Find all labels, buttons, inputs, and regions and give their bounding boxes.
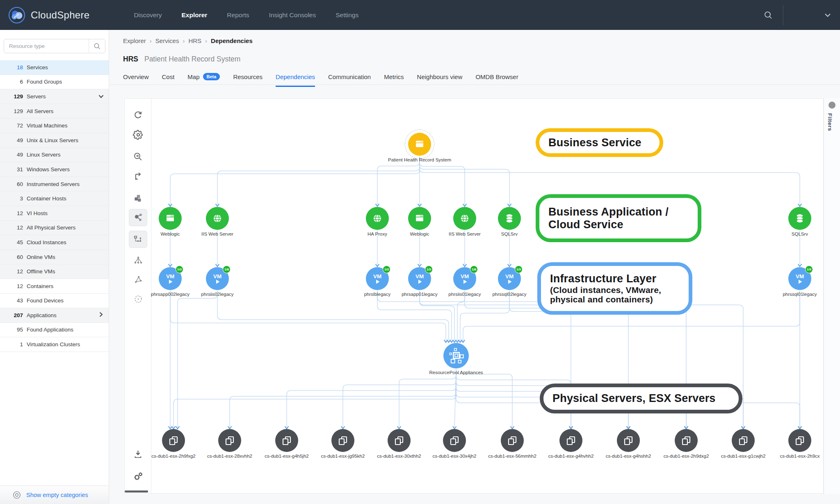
resource-pool-node[interactable]: ResourcePool Appliances: [445, 344, 468, 367]
sidebar-item-all-servers[interactable]: 129All Servers: [0, 104, 109, 119]
application-node[interactable]: Weblogic: [408, 207, 431, 230]
sidebar-item-container-hosts[interactable]: 3Container Hosts: [0, 191, 109, 206]
esx-icon: [275, 429, 298, 452]
sidebar-item-containers[interactable]: 12Containers: [0, 279, 109, 294]
esx-icon: [162, 429, 185, 452]
esx-host-node[interactable]: cs-dub1-esx-56mmhh2: [501, 429, 524, 452]
sidebar-item-instrumented-servers[interactable]: 60Instrumented Servers: [0, 177, 109, 192]
sidebar-item-found-devices[interactable]: 43Found Devices: [0, 294, 109, 309]
nav-item-settings[interactable]: Settings: [336, 11, 358, 19]
sidebar-item-cloud-instances[interactable]: 45Cloud Instances: [0, 235, 109, 250]
esx-host-node[interactable]: cs-dub1-esx-30x4jh2: [443, 429, 466, 452]
tab-cost[interactable]: Cost: [162, 68, 175, 87]
application-node[interactable]: SQLSrv: [498, 207, 521, 230]
sidebar-item-applications[interactable]: 207Applications: [0, 308, 109, 323]
nav-item-discovery[interactable]: Discovery: [134, 11, 162, 19]
refresh-icon[interactable]: [129, 106, 147, 123]
window-icon: [408, 207, 431, 230]
graph-layout-icon[interactable]: [129, 209, 147, 226]
esx-icon: [443, 429, 466, 452]
service-node[interactable]: Patient Health Record System: [408, 133, 431, 156]
esx-host-node[interactable]: cs-dub1-esx-2h9cx: [788, 429, 811, 452]
esx-host-node[interactable]: cs-dub1-esx-g4hvhh2: [559, 429, 582, 452]
show-empty-categories-button[interactable]: Show empty categories: [12, 490, 88, 499]
esx-icon: [732, 429, 755, 452]
vm-node[interactable]: VMphrslblegacy1/3: [366, 267, 389, 290]
esx-host-node[interactable]: cs-dub1-esx-2h9dxg2: [675, 429, 698, 452]
sidebar-item-windows-servers[interactable]: 31Windows Servers: [0, 162, 109, 177]
horizontal-scrollbar-thumb[interactable]: [125, 490, 148, 493]
esx-host-node[interactable]: cs-dub1-esx-2h9fxg2: [162, 429, 185, 452]
sidebar-item-virtual-machines[interactable]: 72Virtual Machines: [0, 118, 109, 133]
category-count: 129: [0, 93, 23, 100]
filters-panel: Filters: [824, 98, 840, 494]
zoom-search-icon[interactable]: [129, 148, 147, 165]
vm-node[interactable]: VMphrsapp002legacy1/3: [159, 267, 182, 290]
vm-node[interactable]: VMphrsapp01legacy1/3: [408, 267, 431, 290]
tab-omdb-browser[interactable]: OMDB Browser: [475, 68, 518, 87]
sidebar-item-online-vms[interactable]: 60Online VMs: [0, 250, 109, 265]
sidebar-item-unix-linux-servers[interactable]: 49Unix & Linux Servers: [0, 133, 109, 148]
esx-host-node[interactable]: cs-dub1-esx-30xthh2: [388, 429, 411, 452]
sidebar-search-button[interactable]: [89, 39, 105, 53]
vm-node[interactable]: VMphrssql01legacy1/3: [788, 267, 811, 290]
esx-host-node[interactable]: cs-dub1-esx-jg95kh2: [331, 429, 354, 452]
application-node[interactable]: IIS Web Server: [453, 207, 476, 230]
breadcrumb-services[interactable]: Services: [155, 37, 179, 44]
esx-host-node[interactable]: cs-dub1-esx-g4h5jh2: [275, 429, 298, 452]
tab-metrics[interactable]: Metrics: [384, 68, 404, 87]
category-label: Unix & Linux Servers: [27, 137, 105, 143]
vm-node[interactable]: VMphrsiis02legacy1/8: [206, 267, 229, 290]
svg-text:VM: VM: [415, 273, 424, 279]
application-node[interactable]: Weblogic: [159, 207, 182, 230]
annotation-text: Business Service: [548, 136, 660, 149]
tab-label: Resources: [233, 73, 262, 80]
account-menu-button[interactable]: [791, 13, 840, 17]
sidebar-item-vi-hosts[interactable]: 12VI Hosts: [0, 206, 109, 221]
sidebar-item-linux-servers[interactable]: 49Linux Servers: [0, 148, 109, 163]
application-node[interactable]: SQLSrv: [788, 207, 811, 230]
tab-map[interactable]: MapBeta: [187, 68, 220, 87]
tab-dependencies[interactable]: Dependencies: [276, 68, 315, 87]
settings-icon[interactable]: [129, 126, 147, 143]
filters-tab[interactable]: Filters: [827, 113, 833, 131]
sidebar-item-offline-vms[interactable]: 12Offline VMs: [0, 264, 109, 279]
category-label: Services: [27, 64, 105, 70]
breadcrumb-hrs[interactable]: HRS: [188, 37, 201, 44]
breadcrumb-separator: [150, 37, 152, 44]
esx-host-node[interactable]: cs-dub1-esx-g4hshh2: [617, 429, 640, 452]
sidebar-item-servers[interactable]: 129Servers: [0, 89, 109, 104]
sidebar-item-all-physical-servers[interactable]: 12All Physical Servers: [0, 221, 109, 236]
cubes-icon[interactable]: [129, 190, 147, 207]
network-layout-icon[interactable]: [129, 271, 147, 288]
nav-item-insight-consoles[interactable]: Insight Consoles: [269, 11, 316, 19]
sidebar-item-found-groups[interactable]: 6Found Groups: [0, 75, 109, 90]
tab-overview[interactable]: Overview: [123, 68, 149, 87]
export-settings-icon[interactable]: [129, 468, 147, 485]
window-icon: [159, 207, 182, 230]
sidebar-item-virtualization-clusters[interactable]: 1Virtualization Clusters: [0, 337, 109, 352]
vm-node[interactable]: VMphrssql02legacy1/3: [498, 267, 521, 290]
rotate-layout-icon[interactable]: [129, 168, 147, 185]
sidebar-item-found-applications[interactable]: 95Found Applications: [0, 323, 109, 338]
nav-item-explorer[interactable]: Explorer: [181, 11, 207, 19]
esx-host-node[interactable]: cs-dub1-esx-28xvhh2: [218, 429, 241, 452]
tab-label: Neighbours view: [417, 73, 463, 80]
annotation-text: Infrastructure Layer: [550, 272, 689, 285]
resource-type-input[interactable]: [4, 43, 89, 49]
vm-node[interactable]: VMphrsiis01legacy1/8: [453, 267, 476, 290]
breadcrumb-explorer[interactable]: Explorer: [123, 37, 146, 44]
application-node[interactable]: IIS Web Server: [206, 207, 229, 230]
node-label: phrsiis02legacy: [180, 292, 254, 297]
brand[interactable]: CloudSphere: [8, 7, 89, 24]
tree-layout-icon[interactable]: [129, 252, 147, 269]
sidebar-item-services[interactable]: 18Services: [0, 60, 109, 75]
nav-item-reports[interactable]: Reports: [227, 11, 249, 19]
application-node[interactable]: HA Proxy: [366, 207, 389, 230]
tab-communication[interactable]: Communication: [328, 68, 371, 87]
global-search-button[interactable]: [759, 11, 777, 20]
tab-neighbours-view[interactable]: Neighbours view: [417, 68, 463, 87]
nav-divider: [783, 5, 783, 25]
tab-resources[interactable]: Resources: [233, 68, 262, 87]
esx-host-node[interactable]: cs-dub1-esx-g1cwjh2: [732, 429, 755, 452]
